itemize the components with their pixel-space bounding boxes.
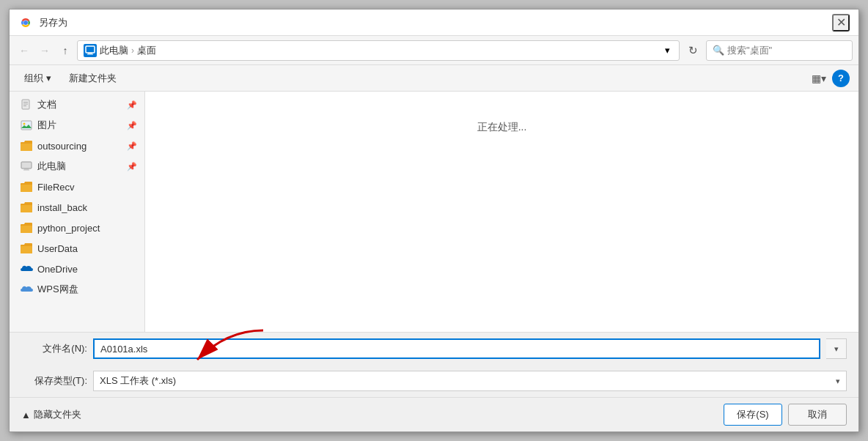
nav-bar: ← → ↑ 此电脑 › 桌面 ▾ ↻ 🔍 — [10, 36, 858, 65]
svg-rect-13 — [21, 144, 32, 151]
userdata-label: UserData — [37, 243, 137, 254]
search-input[interactable] — [727, 45, 846, 56]
pictures-pin-icon: 📌 — [127, 121, 137, 130]
svg-rect-20 — [21, 246, 32, 253]
content-area: 文档 📌 图片 📌 — [10, 92, 858, 332]
save-as-dialog: 另存为 ✕ ← → ↑ 此电脑 › 桌面 ▾ ↻ 🔍 — [9, 9, 859, 432]
breadcrumb-part1: 此电脑 — [100, 44, 128, 57]
help-button[interactable]: ? — [832, 70, 850, 87]
documents-icon — [20, 98, 33, 111]
chrome-app-icon — [18, 15, 33, 30]
svg-rect-11 — [21, 121, 32, 130]
sidebar: 文档 📌 图片 📌 — [10, 92, 145, 332]
organize-label: 组织 — [24, 72, 43, 85]
this-pc-label: 此电脑 — [37, 160, 122, 173]
this-pc-icon — [20, 160, 33, 173]
filerecv-folder-icon — [20, 180, 33, 193]
hide-folders-icon: ▲ — [21, 410, 31, 420]
wps-label: WPS网盘 — [37, 283, 137, 296]
footer: ▲ 隐藏文件夹 保存(S) 取消 — [10, 397, 858, 431]
outsourcing-folder-icon — [20, 139, 33, 152]
sidebar-item-python-project[interactable]: python_project — [10, 218, 144, 238]
svg-rect-10 — [23, 105, 26, 106]
organize-arrow: ▾ — [46, 73, 51, 84]
red-arrow — [168, 327, 271, 367]
svg-rect-14 — [21, 162, 32, 168]
svg-rect-5 — [88, 53, 92, 54]
python-project-folder-icon — [20, 221, 33, 234]
view-icon: ▦ — [812, 73, 821, 84]
bottom-bar: 文件名(N): ▾ 保存类型(T): XLS 工作表 (*.xls) ▾ — [10, 332, 858, 397]
sidebar-item-this-pc[interactable]: 此电脑 📌 — [10, 156, 144, 177]
title-bar: 另存为 ✕ — [10, 10, 858, 36]
install-back-label: install_back — [37, 202, 137, 213]
footer-buttons: 保存(S) 取消 — [724, 404, 847, 426]
title-bar-left: 另存为 — [18, 15, 67, 30]
onedrive-label: OneDrive — [37, 264, 137, 275]
sidebar-item-pictures[interactable]: 图片 📌 — [10, 115, 144, 136]
breadcrumb-separator: › — [131, 45, 134, 56]
filetype-row: 保存类型(T): XLS 工作表 (*.xls) ▾ — [21, 371, 847, 391]
documents-pin-icon: 📌 — [127, 100, 137, 110]
python-project-label: python_project — [37, 223, 137, 234]
filename-dropdown-button[interactable]: ▾ — [826, 338, 847, 359]
organize-button[interactable]: 组织 ▾ — [18, 70, 57, 87]
new-folder-button[interactable]: 新建文件夹 — [63, 70, 122, 87]
processing-text: 正在处理... — [477, 121, 527, 134]
svg-point-3 — [23, 21, 28, 25]
sidebar-item-userdata[interactable]: UserData — [10, 238, 144, 259]
toolbar-right: ▦ ▾ ? — [809, 70, 850, 87]
svg-rect-4 — [86, 46, 95, 53]
search-bar[interactable]: 🔍 — [706, 40, 853, 61]
view-button[interactable]: ▦ ▾ — [809, 70, 829, 87]
breadcrumb-bar[interactable]: 此电脑 › 桌面 ▾ — [77, 40, 680, 61]
sidebar-item-install-back[interactable]: install_back — [10, 197, 144, 218]
sidebar-item-wps[interactable]: WPS网盘 — [10, 279, 144, 300]
svg-rect-19 — [21, 226, 32, 233]
toolbar: 组织 ▾ 新建文件夹 ▦ ▾ ? — [10, 65, 858, 92]
main-content-area: 正在处理... — [145, 92, 858, 332]
filename-row: 文件名(N): ▾ — [21, 338, 847, 359]
sidebar-item-filerecv[interactable]: FileRecv — [10, 177, 144, 197]
view-arrow: ▾ — [821, 73, 826, 84]
dialog-title: 另存为 — [39, 16, 67, 29]
wps-icon — [20, 283, 33, 296]
filetype-dropdown[interactable]: XLS 工作表 (*.xls) ▾ — [93, 371, 847, 391]
pictures-label: 图片 — [37, 119, 122, 132]
forward-button[interactable]: → — [36, 42, 54, 59]
userdata-folder-icon — [20, 242, 33, 255]
hide-folders-label: 隐藏文件夹 — [34, 408, 81, 421]
breadcrumb-dropdown-button[interactable]: ▾ — [661, 45, 673, 56]
back-button[interactable]: ← — [15, 42, 33, 59]
svg-rect-17 — [21, 185, 32, 192]
sidebar-item-documents[interactable]: 文档 📌 — [10, 94, 144, 115]
help-label: ? — [838, 73, 844, 84]
refresh-button[interactable]: ↻ — [683, 40, 703, 61]
sidebar-item-outsourcing[interactable]: outsourcing 📌 — [10, 136, 144, 156]
this-pc-pin-icon: 📌 — [127, 162, 137, 171]
svg-rect-16 — [23, 170, 29, 171]
documents-label: 文档 — [37, 98, 122, 111]
svg-rect-8 — [23, 102, 28, 103]
outsourcing-label: outsourcing — [37, 141, 122, 152]
sidebar-item-onedrive[interactable]: OneDrive — [10, 259, 144, 279]
onedrive-icon — [20, 262, 33, 275]
save-button[interactable]: 保存(S) — [724, 404, 782, 426]
filename-label: 文件名(N): — [21, 342, 87, 355]
svg-rect-6 — [87, 53, 93, 54]
close-button[interactable]: ✕ — [832, 14, 850, 32]
filerecv-label: FileRecv — [37, 182, 137, 193]
search-icon: 🔍 — [713, 45, 724, 56]
pictures-icon — [20, 119, 33, 132]
svg-rect-9 — [23, 104, 28, 105]
hide-folders-toggle[interactable]: ▲ 隐藏文件夹 — [21, 408, 81, 421]
filetype-dropdown-arrow: ▾ — [836, 377, 840, 386]
cancel-button[interactable]: 取消 — [788, 404, 847, 426]
outsourcing-pin-icon: 📌 — [127, 141, 137, 151]
filetype-value: XLS 工作表 (*.xls) — [100, 374, 176, 388]
new-folder-label: 新建文件夹 — [69, 72, 117, 85]
filetype-label: 保存类型(T): — [21, 374, 87, 388]
svg-point-12 — [23, 123, 26, 125]
up-button[interactable]: ↑ — [56, 42, 74, 59]
breadcrumb-part2: 桌面 — [137, 44, 156, 57]
